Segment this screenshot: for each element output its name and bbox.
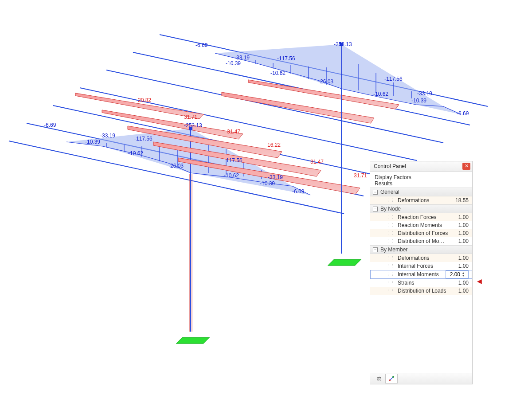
svg-point-44 [392,376,394,378]
factor-value: 1.00 [449,238,469,244]
moment-value-label: -10.62 [270,70,286,76]
factor-row[interactable]: ⋮⋮Internal Moments▲▼ [370,270,472,279]
close-icon[interactable]: ✕ [462,163,470,170]
factor-value: 18.55 [449,197,469,203]
factor-value: 1.00 [449,255,469,261]
drag-icon: ⋮⋮ [386,281,395,285]
moment-value-label: -117.56 [277,56,295,61]
drag-icon: ⋮⋮ [386,198,395,203]
moment-value-label: 31.71 [354,173,367,178]
collapse-icon[interactable]: − [373,207,378,211]
callout-marker: ◀ [477,278,482,285]
panel-subtitle-2: Results [375,180,468,187]
moment-value-label: 20.82 [138,98,151,103]
support-pad-back [328,259,361,266]
group-name: General [380,189,399,195]
moment-value-label: -6.69 [44,122,56,128]
moment-value-label: -117.56 [134,136,153,141]
factor-label: Distribution of Forces [398,230,449,236]
factor-label: Deformations [398,255,449,261]
display-factors-icon[interactable] [385,374,398,383]
moment-value-label: -33.19 [417,91,432,96]
factor-label: Strains [398,280,449,286]
drag-icon: ⋮⋮ [386,223,395,227]
factor-label: Distribution of Loads [398,288,449,294]
moment-value-label: -10.39 [260,181,275,186]
panel-subtitle-1: Display Factors [375,174,468,180]
moment-value-label: -33.19 [268,175,283,180]
svg-line-3 [80,88,417,160]
moment-value-label: 31.71 [184,114,197,120]
factor-row[interactable]: ⋮⋮Reaction Forces1.00 [370,213,472,221]
group-header[interactable]: −General [370,188,472,196]
factor-label: Reaction Moments [398,222,449,228]
factor-row[interactable]: ⋮⋮Deformations18.55 [370,196,472,204]
moment-value-label: 16.22 [267,142,281,148]
svg-marker-34 [222,92,374,123]
moment-value-label: -10.62 [224,173,239,178]
drag-icon: ⋮⋮ [386,272,395,277]
group-header[interactable]: −By Node [370,204,472,213]
svg-marker-8 [191,129,310,195]
factor-row[interactable]: ⋮⋮Deformations1.00 [370,254,472,262]
factor-label: Reaction Forces [398,214,449,220]
moment-value-label: -10.39 [226,61,241,66]
drag-icon: ⋮⋮ [386,239,395,243]
factor-label: Distribution of Mo… [398,238,449,244]
factor-spinner[interactable]: ▲▼ [446,270,469,278]
moment-value-label: -33.19 [235,55,250,60]
moment-value-label: 117.56 [226,158,243,163]
scale-icon[interactable]: ⚖ [373,374,385,383]
control-panel-titlebar[interactable]: Control Panel ✕ [370,161,472,172]
factor-row[interactable]: ⋮⋮Distribution of Loads1.00 [370,287,472,295]
factor-row[interactable]: ⋮⋮Internal Forces1.00 [370,262,472,270]
group-header[interactable]: −By Member [370,245,472,254]
factor-value: 1.00 [449,214,469,220]
factor-row[interactable]: ⋮⋮Strains1.00 [370,279,472,287]
drag-icon: ⋮⋮ [386,256,395,260]
moment-value-label: -10.62 [373,91,388,97]
drag-icon: ⋮⋮ [386,215,395,219]
moment-value-label: 31.47 [310,159,324,164]
factor-label: Internal Moments [398,271,446,278]
factor-label: Deformations [398,197,449,203]
moment-value-label: -6.69 [457,111,469,116]
factor-value: 1.00 [449,280,469,286]
svg-marker-31 [128,126,282,158]
collapse-icon[interactable]: − [373,190,378,195]
moment-value-label: -6.69 [292,189,304,194]
svg-line-0 [160,35,488,106]
moment-value-label: -6.69 [196,43,207,48]
drag-icon: ⋮⋮ [386,264,395,268]
moment-value-label: -253.13 [334,42,352,47]
moment-value-label: -253.13 [184,123,202,128]
svg-marker-30 [102,110,243,139]
moment-value-label: -117.56 [384,76,403,82]
moment-value-label: 31.47 [227,129,240,134]
factor-value: 1.00 [449,222,469,228]
factor-value: 1.00 [449,288,469,294]
drag-icon: ⋮⋮ [386,231,395,235]
svg-line-4 [53,106,390,178]
factor-row[interactable]: ⋮⋮Distribution of Mo…1.00 [370,237,472,245]
control-panel-title: Control Panel [374,163,462,169]
support-pad-front [176,337,210,344]
factor-value: 1.00 [449,230,469,236]
svg-point-43 [389,379,391,381]
drag-icon: ⋮⋮ [386,289,395,293]
factor-row[interactable]: ⋮⋮Distribution of Forces1.00 [370,229,472,237]
moment-value-label: -26.03 [168,163,184,168]
factor-input[interactable] [446,271,461,278]
moment-value-label: -26.03 [318,79,333,84]
factor-label: Internal Forces [398,263,449,269]
moment-value-label: -10.39 [85,139,100,145]
spinner-arrows-icon[interactable]: ▲▼ [461,271,466,278]
group-name: By Member [380,246,407,253]
collapse-icon[interactable]: − [373,247,378,252]
moment-value-label: -10.62 [128,151,143,156]
group-name: By Node [380,206,401,212]
control-panel-footer: ⚖ [370,373,472,384]
factor-row[interactable]: ⋮⋮Reaction Moments1.00 [370,221,472,229]
svg-line-6 [9,141,344,214]
moment-value-label: -10.39 [411,98,426,103]
